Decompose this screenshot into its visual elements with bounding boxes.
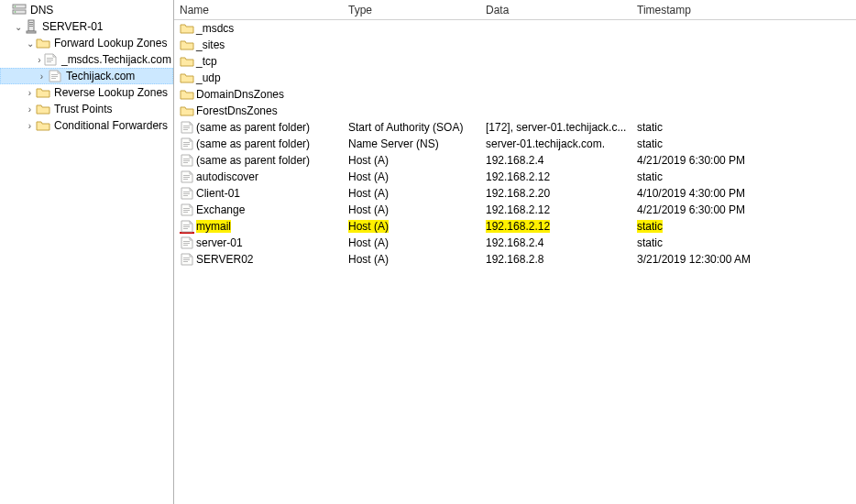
record-row[interactable]: Client-01Host (A)192.168.2.204/10/2019 4… (174, 185, 856, 202)
record-type: Host (A) (348, 220, 389, 233)
tree-label: DNS (28, 4, 55, 16)
record-icon (180, 137, 194, 151)
record-icon (180, 186, 194, 201)
tree-root-dns[interactable]: ▾ DNS (0, 2, 173, 18)
record-name: ForestDnsZones (196, 104, 278, 117)
record-timestamp: static (637, 220, 663, 233)
record-row[interactable]: _msdcs (174, 20, 856, 37)
dns-icon (12, 3, 27, 17)
folder-icon (36, 102, 50, 116)
record-name: autodiscover (196, 170, 258, 183)
cell-type: Name Server (NS) (343, 137, 480, 150)
col-header-type[interactable]: Type (343, 0, 480, 19)
cell-timestamp: 4/21/2019 6:30:00 PM (631, 154, 856, 167)
col-header-data[interactable]: Data (480, 0, 631, 19)
record-row[interactable]: server-01Host (A)192.168.2.4static (174, 235, 856, 251)
cell-timestamp: static (631, 236, 856, 249)
tree-trust[interactable]: › Trust Points (0, 101, 173, 117)
folder-icon (180, 54, 194, 69)
cell-type: Host (A) (343, 187, 480, 200)
record-type: Host (A) (348, 154, 389, 167)
record-name: server-01 (196, 236, 243, 249)
folder-icon (180, 71, 194, 85)
record-row[interactable]: ExchangeHost (A)192.168.2.124/21/2019 6:… (174, 202, 856, 218)
record-row[interactable]: mymailHost (A)192.168.2.12static (174, 218, 856, 235)
records-body[interactable]: _msdcs_sites_tcp_udpDomainDnsZonesForest… (174, 20, 856, 504)
record-timestamp: 4/21/2019 6:30:00 PM (637, 154, 745, 167)
record-timestamp: 3/21/2019 12:30:00 AM (637, 253, 751, 266)
record-type: Host (A) (348, 253, 389, 266)
record-row[interactable]: (same as parent folder)Name Server (NS)s… (174, 136, 856, 152)
record-row[interactable]: _udp (174, 70, 856, 86)
tree-twisty[interactable]: › (24, 121, 36, 131)
cell-name: _udp (174, 71, 343, 85)
cell-name: autodiscover (174, 170, 343, 184)
record-row[interactable]: (same as parent folder)Start of Authorit… (174, 119, 856, 136)
record-name: (same as parent folder) (196, 154, 310, 167)
cell-timestamp: static (631, 137, 856, 150)
tree-flz[interactable]: ⌄ Forward Lookup Zones (0, 35, 173, 51)
record-data: 192.168.2.8 (486, 253, 543, 266)
tree-twisty[interactable]: › (36, 71, 48, 82)
tree-twisty[interactable]: › (24, 104, 36, 115)
tree-twisty[interactable]: ⌄ (12, 22, 24, 32)
cell-data: [172], server-01.techijack.c... (480, 121, 631, 134)
record-icon (180, 236, 194, 250)
tree-twisty[interactable]: › (24, 88, 36, 98)
record-row[interactable]: (same as parent folder)Host (A)192.168.2… (174, 152, 856, 169)
record-row[interactable]: autodiscoverHost (A)192.168.2.12static (174, 169, 856, 185)
folder-icon (36, 118, 50, 133)
server-icon (24, 19, 38, 34)
record-row[interactable]: _sites (174, 37, 856, 53)
record-icon (180, 252, 194, 267)
tree-server[interactable]: ⌄ SERVER-01 (0, 18, 173, 35)
record-row[interactable]: DomainDnsZones (174, 86, 856, 103)
record-row[interactable]: ForestDnsZones (174, 103, 856, 119)
record-icon (180, 153, 194, 168)
folder-icon (180, 38, 194, 52)
record-name: _msdcs (196, 22, 234, 35)
record-timestamp: static (637, 137, 663, 150)
cell-data: 192.168.2.20 (480, 187, 631, 200)
cell-type: Start of Authority (SOA) (343, 121, 480, 134)
zone-icon (43, 52, 58, 67)
cell-name: Client-01 (174, 186, 343, 201)
cell-data: server-01.techijack.com. (480, 137, 631, 150)
folder-icon (36, 85, 50, 100)
cell-name: _sites (174, 38, 343, 52)
records-header: Name Type Data Timestamp (174, 0, 856, 20)
record-name: Exchange (196, 203, 245, 216)
col-header-timestamp[interactable]: Timestamp (631, 0, 856, 19)
record-timestamp: static (637, 236, 663, 249)
col-header-name[interactable]: Name (174, 0, 343, 19)
cell-data: 192.168.2.4 (480, 154, 631, 167)
record-row[interactable]: _tcp (174, 53, 856, 70)
tree-flz-child-0[interactable]: › _msdcs.Techijack.com (0, 51, 173, 68)
record-data: 192.168.2.4 (486, 236, 543, 249)
tree-twisty[interactable]: › (36, 55, 43, 65)
cell-timestamp: 4/10/2019 4:30:00 PM (631, 187, 856, 200)
record-row[interactable]: SERVER02Host (A)192.168.2.83/21/2019 12:… (174, 251, 856, 268)
tree-rlz[interactable]: › Reverse Lookup Zones (0, 84, 173, 101)
cell-timestamp: 4/21/2019 6:30:00 PM (631, 203, 856, 216)
record-type: Start of Authority (SOA) (348, 121, 463, 134)
tree-flz-child-1[interactable]: › Techijack.com (0, 68, 173, 84)
cell-data: 192.168.2.12 (480, 170, 631, 183)
tree-label: Forward Lookup Zones (52, 37, 169, 49)
record-data: 192.168.2.20 (486, 187, 550, 200)
cell-name: server-01 (174, 236, 343, 250)
cell-type: Host (A) (343, 236, 480, 249)
record-name: _tcp (196, 55, 217, 68)
tree-cond-fwd[interactable]: › Conditional Forwarders (0, 117, 173, 134)
record-name: mymail (196, 220, 231, 233)
record-data: server-01.techijack.com. (486, 137, 605, 150)
record-icon (180, 219, 194, 234)
cell-timestamp: static (631, 121, 856, 134)
record-timestamp: static (637, 170, 663, 183)
record-data: 192.168.2.12 (486, 220, 550, 233)
tree-twisty[interactable]: ⌄ (24, 38, 36, 49)
record-type: Host (A) (348, 187, 389, 200)
cell-type: Host (A) (343, 203, 480, 216)
tree-panel[interactable]: ▾ DNS ⌄ SERVER-01 ⌄ Forward Lookup Zones… (0, 0, 174, 504)
cell-name: DomainDnsZones (174, 87, 343, 102)
